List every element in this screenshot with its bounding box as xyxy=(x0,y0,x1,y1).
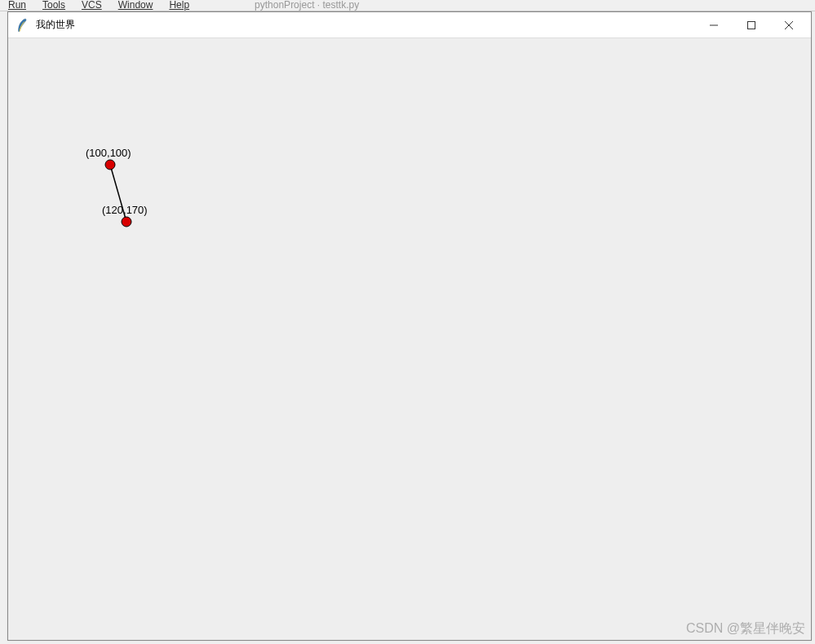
maximize-icon xyxy=(747,21,755,29)
canvas-point xyxy=(105,160,115,170)
window-title: 我的世界 xyxy=(36,18,695,32)
minimize-button[interactable] xyxy=(695,12,733,37)
menu-run[interactable]: Run xyxy=(8,0,26,11)
canvas-area[interactable]: (100,100)(120,170) xyxy=(8,38,811,640)
minimize-icon xyxy=(710,21,718,29)
menu-help[interactable]: Help xyxy=(169,0,189,11)
canvas-point xyxy=(122,217,131,227)
menu-window[interactable]: Window xyxy=(118,0,153,11)
menu-tools[interactable]: Tools xyxy=(42,0,65,11)
close-button[interactable] xyxy=(770,12,808,37)
ide-context-label: pythonProject · testtk.py xyxy=(255,0,359,11)
app-window: 我的世界 (100,100)(120,170) xyxy=(7,11,812,641)
tk-feather-icon xyxy=(15,18,29,33)
ide-menubar: Run Tools VCS Window Help pythonProject … xyxy=(0,0,815,11)
canvas-svg xyxy=(8,38,811,640)
close-icon xyxy=(785,21,793,29)
titlebar[interactable]: 我的世界 xyxy=(8,12,811,38)
point-label: (100,100) xyxy=(86,147,131,159)
menu-vcs[interactable]: VCS xyxy=(82,0,102,11)
window-controls xyxy=(695,12,808,37)
svg-rect-1 xyxy=(748,21,755,29)
maximize-button[interactable] xyxy=(733,12,770,37)
point-label: (120,170) xyxy=(102,204,148,216)
